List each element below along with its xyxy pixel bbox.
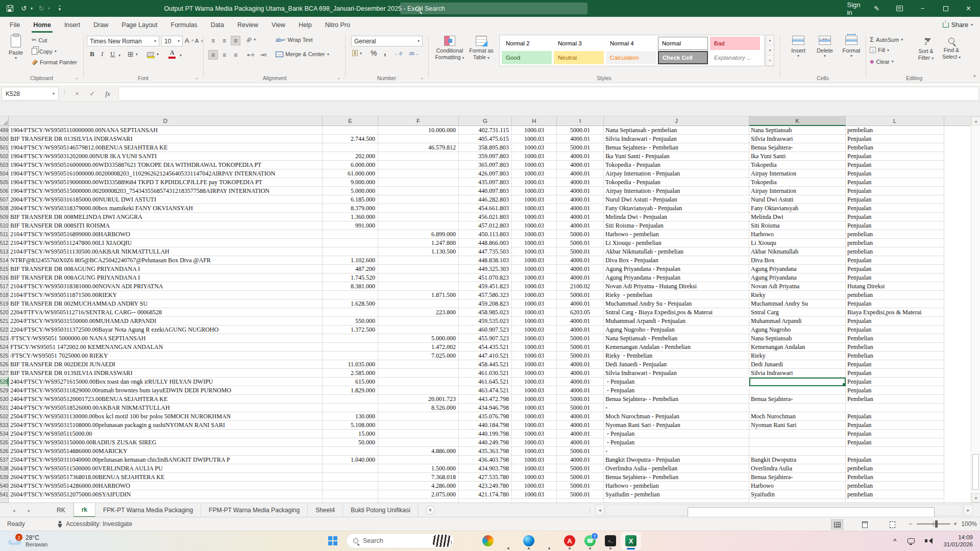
cell-J524[interactable]: Kemenangan Andalan - Pembelian [604,343,749,352]
cell-L537[interactable]: Penjualan [846,456,944,464]
scroll-up-button[interactable]: ▴ [971,116,980,126]
cell-H523[interactable]: 1000.03 [512,334,557,343]
cell-D528[interactable]: 2404/FTSCY/WS95271615000.00Box toast dan… [9,378,323,386]
cell-I521[interactable]: 4000.01 [557,317,604,325]
row-header-500[interactable]: 500 [0,135,9,143]
hscroll-left-button[interactable]: ◂ [595,505,604,516]
cell-J504[interactable]: Airpay Internation - Penjualan [604,169,749,178]
ribbon-tab-review[interactable]: Review [231,17,265,33]
weather-widget[interactable]: 2 28°C Berawan [8,532,90,549]
cell-G508[interactable]: 454.661.803 [459,204,512,213]
cell-E534[interactable]: 15.000 [323,430,378,438]
cell-G522[interactable]: 460.907.523 [459,325,512,334]
cell-G511[interactable]: 450.113.803 [459,230,512,239]
cell-G523[interactable]: 455.907.523 [459,334,512,343]
cell-G501[interactable]: 358.895.803 [459,143,512,152]
row-header-530[interactable]: 530 [0,395,9,404]
orientation-button[interactable]: ab▾ [246,37,256,42]
align-left-button[interactable]: ≡ [208,50,218,60]
cell-L525[interactable]: Pembelian [846,352,944,360]
cell-G518[interactable]: 457.580.323 [459,291,512,299]
cell-G536[interactable]: 435.363.798 [459,447,512,456]
cell-D533[interactable]: 2504/FTSCY/WS950315108000.00pelunasan pa… [9,421,323,430]
cell-J502[interactable]: Ika Yuni Santi - Penjualan [604,152,749,161]
enter-entry-button[interactable]: ✓ [86,87,99,101]
vertical-scrollbar[interactable]: ▴ ▾ [971,116,980,503]
cell-I529[interactable]: 4000.01 [557,386,604,395]
cell-D534[interactable]: 2504/FTSCY/WS9505115000.00 [9,430,323,438]
cell-L516[interactable]: Penjualan [846,273,944,282]
cell-F524[interactable]: 1.472.002 [378,343,459,352]
underline-dropdown[interactable]: ▾ [118,53,120,58]
taskbar-icon-copilot[interactable] [478,532,498,550]
format-as-table-button[interactable]: Format as Table ▾ [467,36,496,61]
row-header-502[interactable]: 502 [0,152,9,161]
cell-G505[interactable]: 435.097.803 [459,178,512,187]
cell-L520[interactable]: Biaya Expedisi,pos & Materai [846,308,944,317]
cell-K521[interactable]: Muhammad Arpandi [749,317,846,325]
row-header-514[interactable]: 514 [0,256,9,265]
cell-H502[interactable]: 1000.03 [512,152,557,161]
cell-E517[interactable]: 8.381.000 [323,282,378,291]
cell-F504[interactable] [378,169,459,178]
row-header-503[interactable]: 503 [0,161,9,169]
cell-K524[interactable]: Kemenangan Andalan [749,343,846,352]
cell-I527[interactable]: 4000.01 [557,369,604,378]
cell-L534[interactable]: Penjualan [846,430,944,438]
cell-H522[interactable]: 1000.03 [512,325,557,334]
cell-D524[interactable]: FTSCY/WS95051 1472002.00 KEMENANGAN ANDA… [9,343,323,352]
cell-G526[interactable]: 458.445.521 [459,360,512,369]
cell-L521[interactable]: Penjualan [846,317,944,325]
cell-K517[interactable]: Novan Adi Priyatna [749,282,846,291]
column-header-H[interactable]: H [512,116,557,126]
row-header-520[interactable]: 520 [0,308,9,317]
cell-K512[interactable]: Li Xiouqu [749,239,846,247]
cell-E526[interactable]: 11.035.000 [323,360,378,369]
cell-D505[interactable]: 1904/FTSCY/WS950519000000.00WD335889684 … [9,178,323,187]
name-box[interactable]: K528 ▾ [2,87,59,101]
cell-D515[interactable]: BIF TRANSFER DR 008AGUNG PRIYANDANA I [9,265,323,273]
cell-L539[interactable]: Pembelian [846,473,944,482]
cell-F539[interactable]: 7.368.018 [378,473,459,482]
cell-H527[interactable]: 1000.03 [512,369,557,378]
cell-H539[interactable]: 1000.03 [512,473,557,482]
cell-E509[interactable]: 1.360.000 [323,213,378,221]
underline-button[interactable]: U [110,50,115,58]
cell-D507[interactable]: 2004/FTSCY/WS950316185000.00NURUL DWI AS… [9,195,323,204]
cell-L530[interactable]: Pembelian [846,395,944,404]
decrease-decimal-button[interactable]: .00→ [408,51,419,56]
cell-H503[interactable]: 1000.03 [512,161,557,169]
cell-K513[interactable]: Akbar Nikmatullah [749,247,846,256]
font-color-dropdown[interactable]: ▾ [180,53,182,58]
cancel-entry-button[interactable]: × [70,87,84,101]
merge-center-button[interactable]: ↔Merge & Center▾ [276,51,329,57]
cell-L536[interactable] [846,447,944,456]
cell-L499[interactable]: pembelian [846,126,944,135]
cell-D517[interactable]: 2104/FTSCY/WS950318381000.00NOVAN ADI PR… [9,282,323,291]
italic-button[interactable]: I [101,50,103,58]
formula-input[interactable] [118,87,979,101]
cell-E520[interactable] [323,308,378,317]
cell-I526[interactable]: 4000.01 [557,360,604,369]
alignment-dialog-launcher[interactable]: ⌟ [337,75,342,80]
cell-E538[interactable] [323,464,378,473]
redo-dropdown[interactable]: ▾ [46,0,52,17]
taskbar-search-box[interactable]: Search [346,533,454,548]
cell-F499[interactable]: 10.000.000 [378,126,459,135]
row-header-526[interactable]: 526 [0,360,9,369]
cell-E513[interactable] [323,247,378,256]
cell-G512[interactable]: 448.866.003 [459,239,512,247]
clear-button[interactable]: ◆Clear▾ [870,58,894,65]
collapse-ribbon-button[interactable]: ˄ [973,73,976,79]
cell-I517[interactable]: 2100.02 [557,282,604,291]
speaker-icon[interactable] [925,538,933,544]
cell-D541[interactable]: 2604/FTSCY/WS950512075000.00SYAIFUDIN [9,490,323,499]
row-header-536[interactable]: 536 [0,447,9,456]
cell-L538[interactable]: pembelian [846,464,944,473]
cell-G506[interactable]: 440.097.803 [459,187,512,195]
row-header-512[interactable]: 512 [0,239,9,247]
cut-button[interactable]: ✂Cut [32,37,47,43]
cell-E523[interactable] [323,334,378,343]
cell-H501[interactable]: 1000.03 [512,143,557,152]
cell-G503[interactable]: 365.097.803 [459,161,512,169]
